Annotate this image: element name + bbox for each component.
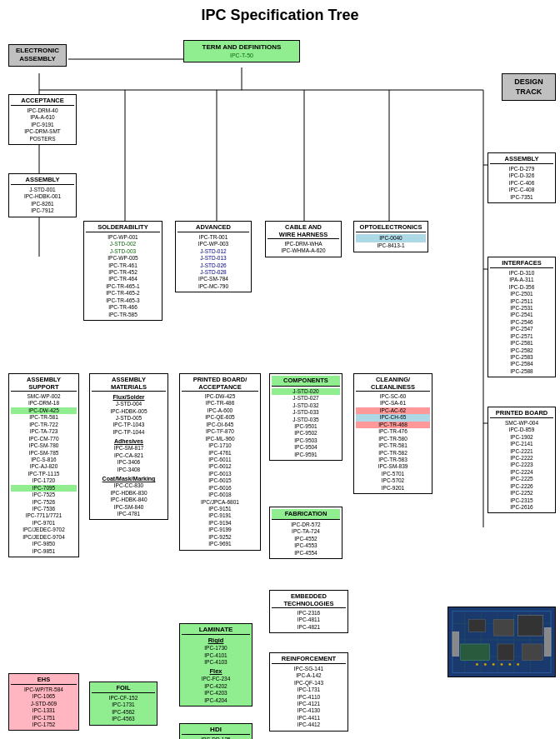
laminate-box: LAMINATE Rigid IPC-1730 IPC-4101 IPC-410… (179, 623, 252, 707)
term-box: TERM AND DEFINITIONS IPC-T-50 (183, 40, 300, 62)
design-track-box: Design Track (502, 73, 556, 101)
svg-point-34 (476, 663, 478, 666)
svg-rect-27 (493, 619, 514, 636)
svg-rect-31 (522, 644, 543, 661)
components-box: COMPONENTS J-STD-020 J-STD-027 J-STD-032… (269, 373, 342, 461)
svg-rect-29 (461, 644, 489, 661)
svg-point-38 (508, 663, 511, 666)
fabrication-box: FABRICATION IPC-DR-572 IPC-TA-724 IPC-45… (269, 507, 342, 559)
hdi-box: HDI IPC-DD-135 IPC-4104 (179, 723, 252, 739)
svg-point-37 (501, 663, 503, 666)
interfaces-box: INTERFACES IPC-D-310 IPA-A-311 IPC-D-356… (488, 257, 556, 377)
printed-board-accept-box: PRINTED BOARD/ACCEPTANCE IPC-DW-425 IPC-… (179, 373, 261, 551)
page-title: IPC Specification Tree (0, 0, 560, 27)
svg-point-36 (492, 663, 495, 666)
cleaning-cleanliness-box: CLEANING/CLEANLINESS IPC-SC-60 IPC-SA-61… (353, 373, 432, 494)
assembly-right-box: ASSEMBLY IPC-D-279 IPC-D-326 IPC-C-406 I… (488, 152, 556, 203)
embedded-box: EMBEDDEDTECHNOLOGIES IPC-2316 IPC-4811 I… (269, 590, 348, 633)
svg-rect-30 (498, 644, 514, 661)
pcb-image (448, 607, 556, 677)
solderability-box: SOLDERABILITY IPC-WP-001 J-STD-002 J-STD… (83, 221, 162, 321)
cable-box: CABLE ANDWIRE HARNESS IPC-DRM-WHA IPC-WH… (265, 221, 342, 257)
svg-point-35 (484, 663, 487, 666)
svg-rect-28 (518, 616, 543, 637)
svg-rect-32 (452, 632, 459, 657)
reinforcement-box: REINFORCEMENT IPC-SG-141 IPC-A-142 IPC-Q… (269, 652, 348, 732)
printed-board-right-box: PRINTED BOARD SMC-WP-004 IPC-D-859 IPC-1… (488, 407, 556, 513)
elec-assembly-box: Electronic Assembly (8, 44, 67, 67)
svg-rect-26 (469, 619, 486, 632)
svg-rect-33 (544, 627, 551, 656)
advanced-box: ADVANCED IPC-TR-001 IPC-WP-003 J-STD-012… (175, 221, 252, 292)
assembly-left-box: ASSEMBLY J-STD-001 IPC-HDBK-001 IPC-8261… (8, 173, 77, 217)
assembly-support-box: ASSEMBLYSUPPORT SMC-WP-002 IPC-DRM-18 IP… (8, 373, 79, 557)
acceptance-box: ACCEPTANCE IPC-DRM-40 IPA-A-610 IPC-9191… (8, 94, 77, 145)
svg-point-39 (517, 663, 519, 666)
optoelectronics-box: OPTOELECTRONICS IPC-0040 IPC-8413-1 (353, 221, 428, 252)
ehs-box: EHS IPC-WP/TR-584 IPC-1065 J-STD-609 IPC… (8, 673, 79, 731)
assembly-materials-box: ASSEMBLYMATERIALS Flux/Solder J-STD-004 … (89, 373, 168, 520)
pcb-svg (448, 607, 555, 677)
foil-box: FOIL IPC-CF-152 IPC-1731 IPC-4562 IPC-45… (89, 682, 158, 726)
